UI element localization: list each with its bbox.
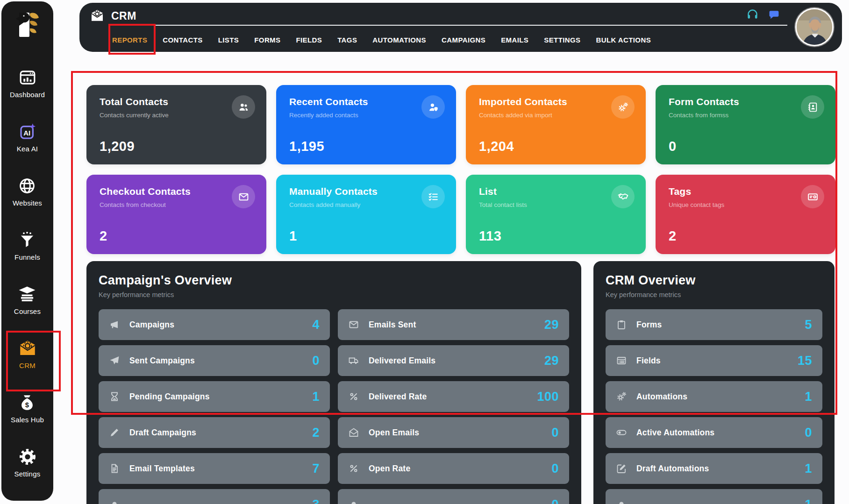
card-checkout-contacts[interactable]: Checkout Contacts Contacts from checkout… <box>86 175 266 254</box>
metric-label: Delivered Rate <box>369 392 427 402</box>
metric-value: 0 <box>312 354 320 368</box>
globe-icon <box>17 176 37 196</box>
stat-cards-grid: Total Contacts Contacts currently active… <box>86 85 835 254</box>
card-form-contacts[interactable]: Form Contacts Contacts from formss 0 <box>656 85 835 164</box>
tab-bulk-actions[interactable]: BULK ACTIONS <box>596 36 651 44</box>
sidebar-item-label: Kea AI <box>17 145 38 153</box>
metric-value: 1 <box>805 497 812 504</box>
edit-square-icon <box>616 463 627 474</box>
sidebar-item-crm[interactable]: CRM <box>18 339 37 369</box>
avatar-photo <box>797 9 832 45</box>
card-total-contacts[interactable]: Total Contacts Contacts currently active… <box>86 85 266 164</box>
metric-label: Automations <box>636 392 687 402</box>
sidebar-item-courses[interactable]: Courses <box>14 284 41 315</box>
headphones-icon[interactable] <box>746 8 759 21</box>
tab-lists[interactable]: LISTS <box>218 36 239 44</box>
user-avatar[interactable] <box>795 8 834 46</box>
metric-pending-campaigns: Pending Campaigns 1 <box>99 381 330 412</box>
tab-emails[interactable]: EMAILS <box>501 36 528 44</box>
circle-icon <box>348 499 359 504</box>
envelope-icon <box>348 319 359 330</box>
card-subtitle: Contacts from checkout <box>100 201 253 208</box>
metric-emails-sent: Emails Sent 29 <box>338 309 569 340</box>
metric-label: Pending Campaigns <box>129 392 210 402</box>
card-title: Imported Contacts <box>479 96 633 107</box>
page-title: CRM <box>111 10 136 22</box>
card-subtitle: Total contact lists <box>479 201 633 208</box>
sidebar-item-sales-hub[interactable]: Sales Hub <box>11 393 44 424</box>
chat-icon[interactable] <box>768 9 780 21</box>
card-value: 1,195 <box>289 139 324 154</box>
metric-forms: Forms 5 <box>606 309 822 340</box>
card-value: 2 <box>669 228 677 244</box>
crm-overview-panel: CRM Overview Key performance metrics For… <box>593 261 835 504</box>
sidebar-item-label: Websites <box>13 199 42 207</box>
metric-label: Draft Campaigns <box>129 428 196 438</box>
tab-settings[interactable]: SETTINGS <box>544 36 580 44</box>
panel-title: CRM Overview <box>606 273 822 288</box>
address-book-icon <box>807 101 819 113</box>
tab-fields[interactable]: FIELDS <box>296 36 322 44</box>
sidebar-item-dashboard[interactable]: Dashboard <box>10 68 45 99</box>
card-imported-contacts[interactable]: Imported Contacts Contacts added via imp… <box>466 85 646 164</box>
tab-tags[interactable]: TAGS <box>337 36 357 44</box>
truck-icon <box>348 355 359 366</box>
card-subtitle: Contacts from formss <box>669 112 822 119</box>
metric-value: 4 <box>312 318 320 332</box>
clipboard-icon <box>616 319 627 330</box>
metric-label: Delivered Emails <box>369 356 435 366</box>
pencil-icon <box>109 427 120 438</box>
metric-delivered-rate: Delivered Rate 100 <box>338 381 569 412</box>
tab-campaigns[interactable]: CAMPAIGNS <box>442 36 485 44</box>
toggle-icon <box>616 427 627 438</box>
card-title: Form Contacts <box>669 96 822 107</box>
card-value: 113 <box>479 228 501 244</box>
card-recent-contacts[interactable]: Recent Contacts Recently added contacts … <box>276 85 456 164</box>
gears-icon <box>617 101 629 113</box>
card-icon-badge <box>421 95 445 119</box>
metric-delivered-emails: Delivered Emails 29 <box>338 345 569 376</box>
envelope-open-icon <box>348 427 359 438</box>
card-icon-badge <box>611 95 635 119</box>
paper-plane-icon <box>109 355 120 366</box>
metric-label: Forms <box>636 320 662 330</box>
campaign-overview-panel: Campaign's Overview Key performance metr… <box>86 261 581 504</box>
card-title: Manually Contacts <box>289 186 443 197</box>
metric-partial: 1 <box>606 489 822 504</box>
card-tags[interactable]: Tags Unique contact tags 2 <box>656 175 835 254</box>
metric-value: 15 <box>798 354 812 368</box>
gears-icon <box>616 391 627 402</box>
card-manually-contacts[interactable]: Manually Contacts Contacts added manuall… <box>276 175 456 254</box>
card-icon-badge <box>232 95 255 119</box>
card-icon-badge <box>421 185 445 208</box>
metric-value: 0 <box>551 497 559 504</box>
sidebar-item-kea-ai[interactable]: Kea AI <box>17 122 38 153</box>
tab-reports[interactable]: REPORTS <box>112 36 147 44</box>
tab-automations[interactable]: AUTOMATIONS <box>372 36 426 44</box>
header-divider <box>134 25 787 26</box>
metric-value: 0 <box>805 426 812 440</box>
metric-partial-left: 3 <box>99 489 330 504</box>
sidebar-item-funnels[interactable]: Funnels <box>14 230 40 261</box>
card-subtitle: Unique contact tags <box>669 201 822 208</box>
tab-contacts[interactable]: CONTACTS <box>163 36 202 44</box>
sidebar-nav: Dashboard Kea AI Websites Funnels Course… <box>10 68 45 478</box>
metric-label: Sent Campaigns <box>129 356 195 366</box>
sidebar-item-settings[interactable]: Settings <box>14 447 41 478</box>
dashboard-icon <box>18 68 37 87</box>
kea-bird-logo <box>13 10 43 40</box>
crm-metrics: Forms 5 Fields 15 Automations 1 Active A… <box>606 309 822 504</box>
card-title: Checkout Contacts <box>100 186 253 197</box>
metric-value: 1 <box>312 390 320 404</box>
card-title: Total Contacts <box>100 96 253 107</box>
metric-value: 7 <box>312 461 320 476</box>
card-list[interactable]: List Total contact lists 113 <box>466 175 646 254</box>
metric-label: Campaigns <box>129 320 174 330</box>
card-icon-badge <box>232 185 255 208</box>
card-title: Recent Contacts <box>289 96 443 107</box>
campaign-metrics: Campaigns 4 Emails Sent 29 Sent Campaign… <box>99 309 569 504</box>
sidebar-item-websites[interactable]: Websites <box>13 176 42 207</box>
metric-value: 100 <box>537 390 559 404</box>
tab-forms[interactable]: FORMS <box>254 36 280 44</box>
ai-icon <box>18 122 37 142</box>
